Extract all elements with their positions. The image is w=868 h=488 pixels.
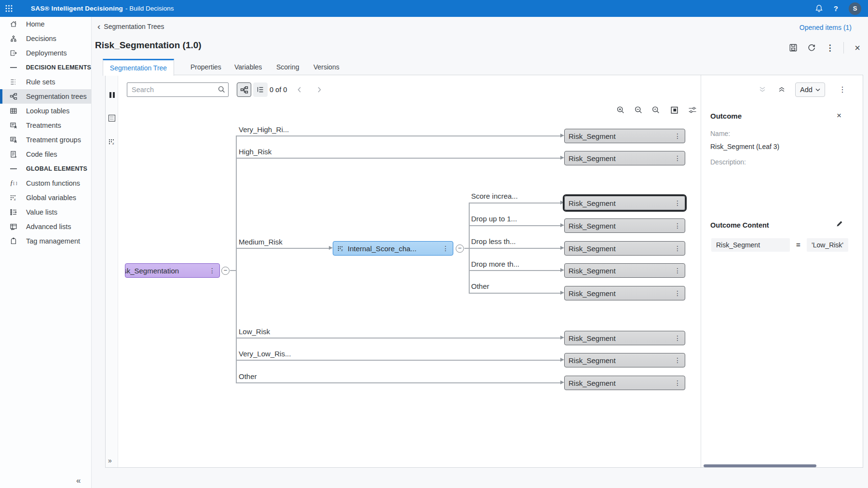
grid-icon[interactable]: [107, 113, 117, 123]
prev-match-icon[interactable]: [296, 82, 303, 97]
tree-leaf-other[interactable]: Risk_Segment⋮: [564, 376, 685, 390]
node-menu-icon[interactable]: ⋮: [206, 267, 216, 274]
assignment-value-field[interactable]: 'Low_Risk': [807, 238, 848, 252]
sidebar-item-treatment-groups[interactable]: Treatment groups: [0, 133, 91, 147]
overview-icon[interactable]: [669, 105, 679, 115]
more-options-icon[interactable]: ⋮: [825, 43, 835, 53]
close-icon[interactable]: ×: [837, 111, 841, 121]
sidebar-item-home[interactable]: Home: [0, 17, 91, 31]
name-value: Risk_Segment (Leaf 3): [710, 143, 779, 150]
assignment-target-field[interactable]: Risk_Segment: [711, 238, 790, 252]
sidebar-item-decisions[interactable]: Decisions: [0, 31, 91, 46]
tree-leaf-drop-up-to[interactable]: Risk_Segment⋮: [564, 218, 685, 233]
sidebar-item-custom-functions[interactable]: ƒ[ ] Custom functions: [0, 176, 91, 190]
node-menu-icon[interactable]: ⋮: [671, 356, 681, 364]
branch-label: Drop less th...: [471, 237, 516, 245]
branch-label: Very_Low_Ris...: [239, 350, 291, 358]
breadcrumb[interactable]: ‹ Segmentation Trees: [97, 23, 164, 30]
arrow-icon: [560, 201, 564, 204]
page-title: Risk_Segmentation (1.0): [95, 40, 202, 51]
tab-segmentation-tree[interactable]: Segmentation Tree: [103, 59, 174, 76]
refresh-icon[interactable]: [807, 43, 816, 53]
avatar[interactable]: S: [849, 2, 861, 15]
node-menu-icon[interactable]: ⋮: [671, 267, 681, 274]
advanced-lists-icon: [9, 222, 18, 231]
sidebar-item-lookup-tables[interactable]: Lookup tables: [0, 104, 91, 118]
tab-versions[interactable]: Versions: [313, 59, 339, 75]
tree-leaf-drop-more[interactable]: Risk_Segment⋮: [564, 263, 685, 278]
tree-leaf-drop-less[interactable]: Risk_Segment⋮: [564, 241, 685, 256]
sidebar-item-code-files[interactable]: Code files: [0, 147, 91, 162]
name-label: Name:: [710, 130, 730, 137]
sidebar-item-rule-sets[interactable]: Rule sets: [0, 75, 91, 89]
close-icon[interactable]: ×: [853, 43, 862, 53]
home-icon: [9, 20, 18, 28]
tree-leaf-high-risk[interactable]: Risk_Segment⋮: [564, 151, 685, 165]
product-context: - Build Decisions: [125, 5, 174, 12]
layout-options-icon[interactable]: [688, 105, 697, 115]
tab-properties[interactable]: Properties: [190, 59, 221, 75]
sidebar-item-advanced-lists[interactable]: Advanced lists: [0, 219, 91, 234]
panel-divider: [701, 75, 701, 467]
treatments-icon: [9, 121, 18, 130]
variables-icon[interactable]: x: [107, 137, 117, 147]
arrow-icon: [329, 246, 333, 250]
tab-variables[interactable]: Variables: [234, 59, 262, 75]
help-icon[interactable]: ?: [834, 4, 838, 13]
sidebar-item-segmentation-trees[interactable]: Segmentation trees: [0, 89, 91, 104]
horizontal-scrollbar[interactable]: [704, 464, 816, 467]
node-menu-icon[interactable]: ⋮: [439, 244, 449, 252]
section-dash-icon: [9, 63, 18, 72]
tree-leaf-very-high-risk[interactable]: Risk_Segment⋮: [564, 129, 685, 143]
sidebar: Home Decisions Deployments DECISION ELEM…: [0, 17, 92, 488]
panels-icon[interactable]: [107, 90, 117, 100]
node-menu-icon[interactable]: ⋮: [671, 334, 681, 342]
notifications-icon[interactable]: [815, 4, 823, 13]
sidebar-item-value-lists[interactable]: Value lists: [0, 205, 91, 219]
edit-icon[interactable]: [836, 220, 843, 228]
list-view-toggle[interactable]: [253, 82, 268, 97]
save-icon[interactable]: [788, 43, 798, 53]
filter-icon[interactable]: [759, 85, 766, 94]
node-menu-icon[interactable]: ⋮: [671, 244, 681, 252]
outcome-content-heading: Outcome Content: [710, 221, 769, 229]
arrow-icon: [560, 134, 564, 137]
tree-leaf-low-risk[interactable]: Risk_Segment⋮: [564, 331, 685, 345]
node-menu-icon[interactable]: ⋮: [671, 379, 681, 387]
sidebar-collapse-button[interactable]: «: [76, 476, 81, 486]
zoom-in-icon[interactable]: [616, 105, 625, 115]
app-switcher-icon[interactable]: [0, 0, 17, 17]
zoom-to-fit-icon[interactable]: [651, 105, 661, 115]
tree-leaf-other-child[interactable]: Risk_Segment⋮: [564, 286, 685, 300]
collapse-node-button[interactable]: −: [221, 267, 230, 275]
arrow-icon: [560, 223, 564, 227]
tab-scoring[interactable]: Scoring: [276, 59, 299, 75]
zoom-out-icon[interactable]: [634, 105, 643, 115]
sidebar-item-global-variables[interactable]: x Global variables: [0, 190, 91, 205]
node-menu-icon[interactable]: ⋮: [671, 132, 681, 140]
outcome-panel-title: Outcome: [710, 112, 742, 120]
opened-items-link[interactable]: Opened items (1): [800, 24, 852, 31]
tree-leaf-very-low-risk[interactable]: Risk_Segment⋮: [564, 353, 685, 367]
sidebar-item-treatments[interactable]: Treatments: [0, 118, 91, 133]
search-input[interactable]: [127, 82, 229, 97]
collapse-node-button[interactable]: −: [456, 244, 464, 253]
connector: [469, 203, 560, 203]
node-menu-icon[interactable]: ⋮: [671, 222, 681, 230]
collapse-all-icon[interactable]: [778, 85, 786, 94]
tree-node-root[interactable]: Risk_Segmentation ⋮: [125, 263, 220, 278]
section-dash-icon: [9, 164, 18, 173]
more-options-icon[interactable]: ⋮: [836, 82, 849, 97]
node-menu-icon[interactable]: ⋮: [671, 199, 681, 207]
connector: [236, 382, 560, 383]
tree-node-internal-score[interactable]: x Internal_Score_cha... ⋮: [333, 241, 453, 256]
next-match-icon[interactable]: [316, 82, 323, 97]
tree-view-toggle[interactable]: [237, 82, 251, 97]
sidebar-item-tag-management[interactable]: Tag management: [0, 234, 91, 248]
node-menu-icon[interactable]: ⋮: [671, 154, 681, 162]
add-button[interactable]: Add: [795, 82, 825, 97]
sidebar-item-deployments[interactable]: Deployments: [0, 46, 91, 60]
node-menu-icon[interactable]: ⋮: [671, 289, 681, 297]
tree-leaf-score-increase-selected[interactable]: Risk_Segment⋮: [564, 196, 685, 210]
expand-panel-button[interactable]: »: [108, 457, 112, 464]
